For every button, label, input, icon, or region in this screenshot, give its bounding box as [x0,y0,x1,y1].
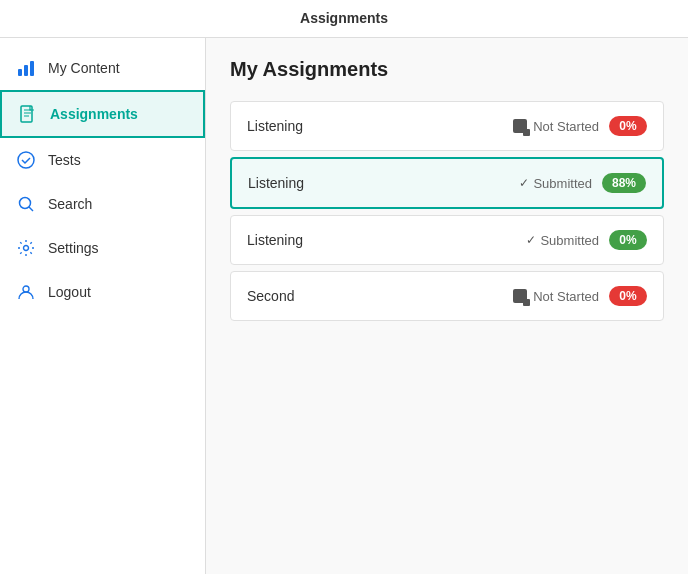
sidebar-item-my-content[interactable]: My Content [0,46,205,90]
not-started-icon [513,289,527,303]
assignment-row[interactable]: Listening ✓ Submitted 0% [230,215,664,265]
score-badge: 0% [609,286,647,306]
sidebar: My Content Assignments Tests [0,38,206,574]
status-label: ✓ Submitted [526,233,599,248]
sidebar-item-label: My Content [48,60,120,76]
status-label: ✓ Submitted [519,176,592,191]
svg-rect-0 [18,69,22,76]
app-container: My Content Assignments Tests [0,38,688,574]
sidebar-item-label: Logout [48,284,91,300]
main-content: My Assignments Listening Not Started 0% … [206,38,688,574]
assignment-right: ✓ Submitted 0% [526,230,647,250]
sidebar-item-assignments[interactable]: Assignments [0,90,205,138]
page-title: My Assignments [230,58,664,81]
sidebar-item-search[interactable]: Search [0,182,205,226]
svg-rect-2 [30,61,34,76]
check-circle-icon [16,150,36,170]
status-label: Not Started [513,119,599,134]
assignment-name: Listening [248,175,304,191]
svg-point-4 [18,152,34,168]
assignment-row-selected[interactable]: Listening ✓ Submitted 88% [230,157,664,209]
search-icon [16,194,36,214]
score-badge: 0% [609,116,647,136]
status-label: Not Started [513,289,599,304]
svg-point-5 [20,198,31,209]
score-badge: 88% [602,173,646,193]
person-icon [16,282,36,302]
svg-line-6 [29,207,33,211]
assignment-name: Listening [247,118,303,134]
assignment-name: Second [247,288,294,304]
svg-rect-1 [24,65,28,76]
file-icon [18,104,38,124]
assignment-name: Listening [247,232,303,248]
svg-point-7 [24,246,29,251]
not-started-icon [513,119,527,133]
sidebar-item-label: Assignments [50,106,138,122]
sidebar-item-label: Search [48,196,92,212]
assignment-list: Listening Not Started 0% Listening ✓ Sub… [230,101,664,327]
assignment-right: Not Started 0% [513,116,647,136]
gear-icon [16,238,36,258]
sidebar-item-label: Tests [48,152,81,168]
check-icon: ✓ [526,233,536,247]
sidebar-item-logout[interactable]: Logout [0,270,205,314]
sidebar-item-label: Settings [48,240,99,256]
chart-icon [16,58,36,78]
top-bar: Assignments [0,0,688,38]
sidebar-item-tests[interactable]: Tests [0,138,205,182]
svg-point-8 [23,286,29,292]
top-bar-title: Assignments [300,10,388,26]
assignment-right: ✓ Submitted 88% [519,173,646,193]
assignment-row[interactable]: Second Not Started 0% [230,271,664,321]
sidebar-item-settings[interactable]: Settings [0,226,205,270]
score-badge: 0% [609,230,647,250]
check-icon: ✓ [519,176,529,190]
assignment-row[interactable]: Listening Not Started 0% [230,101,664,151]
assignment-right: Not Started 0% [513,286,647,306]
